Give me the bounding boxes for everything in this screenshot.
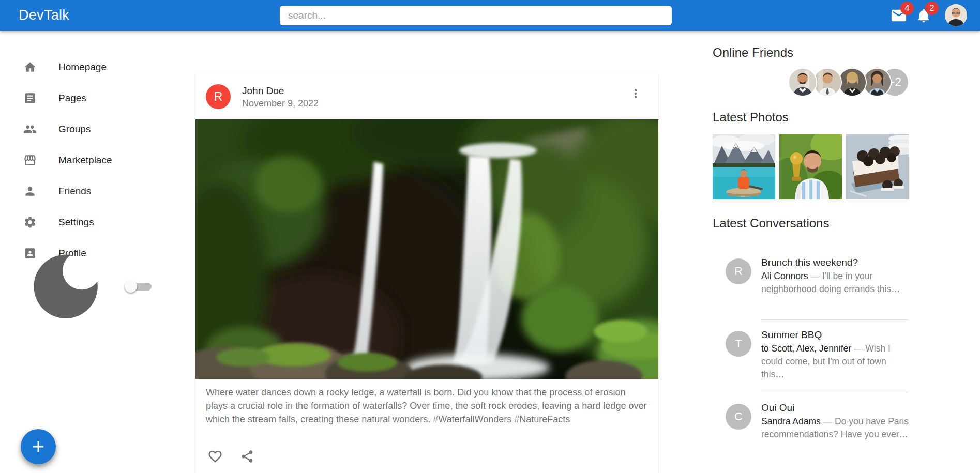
dark-mode-toggle[interactable]: [125, 276, 147, 297]
post-date: November 9, 2022: [242, 98, 319, 109]
sidebar-item-homepage[interactable]: Homepage: [12, 55, 147, 80]
conversation-avatar: R: [726, 258, 751, 284]
more-vert-icon: [629, 87, 642, 100]
photo-soccer-player-trophy[interactable]: [779, 134, 842, 199]
storefront-icon: [23, 154, 37, 167]
latest-conversations-title: Latest Conversations: [713, 216, 829, 231]
plus-icon: [29, 438, 47, 455]
share-button[interactable]: [235, 444, 260, 469]
latest-photos-row: [713, 134, 909, 199]
user-avatar-photo: [945, 4, 967, 26]
sidebar-item-groups[interactable]: Groups: [12, 117, 147, 142]
heart-icon: [207, 449, 223, 464]
conversation-avatar: T: [726, 331, 751, 357]
sidebar-item-label: Homepage: [58, 62, 107, 73]
app-title: DevTalk: [19, 7, 69, 23]
photo-mountain-lake-canoe[interactable]: [713, 134, 775, 199]
post-menu-button[interactable]: [624, 82, 647, 105]
sidebar-item-marketplace[interactable]: Marketplace: [12, 148, 147, 173]
latest-photos-title: Latest Photos: [713, 110, 789, 125]
conversation-snippet: to Scott, Alex, Jennifer — Wish I could …: [761, 342, 909, 381]
photo-cookies-cream-dessert[interactable]: [846, 134, 909, 199]
conversation-title: Brunch this weekend?: [761, 257, 909, 268]
post-actions: [203, 444, 260, 469]
online-friends-title: Online Friends: [713, 45, 793, 60]
sidebar-item-label: Settings: [58, 217, 94, 228]
messages-button[interactable]: 4: [888, 5, 909, 26]
online-friends-avatar-group: +2: [713, 68, 909, 97]
sidebar-item-settings[interactable]: Settings: [12, 210, 147, 235]
divider: [761, 319, 909, 320]
waterfall-illustration: [195, 119, 658, 379]
sidebar-item-friends[interactable]: Friends: [12, 179, 147, 204]
post-card: R John Doe November 9, 2022: [195, 73, 658, 473]
article-icon: [23, 91, 37, 105]
notifications-badge: 2: [925, 2, 939, 15]
sidebar-item-label: Groups: [58, 124, 91, 135]
conversation-avatar: C: [726, 404, 751, 430]
like-button[interactable]: [203, 444, 228, 469]
home-icon: [23, 60, 37, 74]
friend-avatar-woman-dark-hair[interactable]: [863, 68, 892, 97]
create-post-fab[interactable]: [21, 429, 56, 464]
sidebar-item-label: Friends: [58, 186, 91, 197]
user-avatar[interactable]: [945, 4, 967, 26]
conversation-title: Summer BBQ: [761, 329, 909, 341]
toggle-thumb: [125, 280, 137, 293]
people-icon: [23, 123, 37, 136]
search-input[interactable]: [280, 6, 672, 25]
post-image-waterfall: [195, 119, 658, 379]
sidebar-item-label: Pages: [58, 93, 86, 104]
post-header: R John Doe November 9, 2022: [195, 73, 658, 119]
friend-avatar-man-suit[interactable]: [788, 68, 817, 97]
sidebar-item-pages[interactable]: Pages: [12, 86, 147, 111]
gear-icon: [23, 216, 37, 229]
friend-avatar-woman-blonde[interactable]: [838, 68, 867, 97]
post-author-name: John Doe: [242, 85, 284, 97]
sidebar-item-label: Marketplace: [58, 155, 112, 166]
conversation-snippet: Sandra Adams — Do you have Paris recomme…: [761, 415, 909, 441]
person-icon: [23, 185, 37, 198]
conversation-title: Oui Oui: [761, 402, 909, 414]
messages-badge: 4: [900, 2, 914, 15]
notifications-button[interactable]: 2: [913, 5, 934, 26]
post-author-avatar[interactable]: R: [206, 84, 231, 109]
share-icon: [240, 449, 254, 464]
divider: [761, 392, 909, 392]
post-body-text: Where water dances down a rocky ledge, a…: [206, 386, 649, 426]
dark-mode-row: [12, 274, 147, 299]
app-bar: DevTalk 4 2: [0, 0, 980, 31]
moon-icon: [23, 244, 108, 329]
friend-avatar-man-shirt[interactable]: [813, 68, 842, 97]
conversation-snippet: Ali Connors — I'll be in your neighborho…: [761, 270, 909, 296]
